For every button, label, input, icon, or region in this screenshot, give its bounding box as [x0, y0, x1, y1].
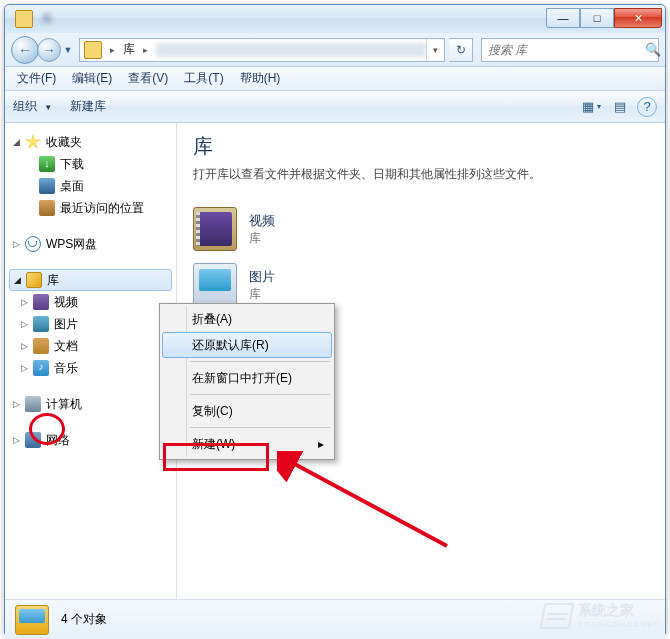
minimize-button[interactable]: —	[546, 8, 580, 28]
navigation-bar: ← → ▼ ▸ 库 ▸ ▾ ↻ 🔍	[5, 33, 665, 67]
address-bar[interactable]: ▸ 库 ▸ ▾	[79, 38, 445, 62]
organize-button[interactable]: 组织 ▼	[13, 98, 52, 115]
tree-desktop[interactable]: 桌面	[5, 175, 176, 197]
page-title: 库	[193, 133, 649, 160]
context-menu: 折叠(A) 还原默认库(R) 在新窗口中打开(E) 复制(C) 新建(W)▸	[159, 303, 335, 460]
new-library-button[interactable]: 新建库	[70, 98, 106, 115]
separator	[190, 427, 330, 428]
menu-view[interactable]: 查看(V)	[120, 68, 176, 89]
status-bar: 4 个对象	[5, 599, 665, 639]
tree-wps[interactable]: ▷WPS网盘	[5, 233, 176, 255]
tree-network[interactable]: ▷网络	[5, 429, 176, 451]
ctx-copy[interactable]: 复制(C)	[162, 398, 332, 424]
chevron-icon: ▸	[106, 45, 119, 55]
close-button[interactable]: ✕	[614, 8, 662, 28]
menu-file[interactable]: 文件(F)	[9, 68, 64, 89]
desktop-icon	[39, 178, 55, 194]
recent-icon	[39, 200, 55, 216]
menu-edit[interactable]: 编辑(E)	[64, 68, 120, 89]
explorer-window: 库 — □ ✕ ← → ▼ ▸ 库 ▸ ▾ ↻ 🔍 文件(F) 编辑(E)	[4, 4, 666, 634]
video-icon	[33, 294, 49, 310]
menu-bar: 文件(F) 编辑(E) 查看(V) 工具(T) 帮助(H)	[5, 67, 665, 91]
help-button[interactable]: ?	[637, 97, 657, 117]
ctx-restore-default-libraries[interactable]: 还原默认库(R)	[162, 332, 332, 358]
breadcrumb-root[interactable]: 库	[119, 41, 139, 58]
video-library-icon	[193, 207, 237, 251]
star-icon	[25, 134, 41, 150]
back-button[interactable]: ←	[11, 36, 39, 64]
computer-icon	[25, 396, 41, 412]
preview-pane-button[interactable]: ▤	[609, 96, 631, 118]
music-icon	[33, 360, 49, 376]
forward-button[interactable]: →	[37, 38, 61, 62]
history-dropdown[interactable]: ▼	[61, 36, 75, 64]
tree-computer[interactable]: ▷计算机	[5, 393, 176, 415]
tree-music[interactable]: ▷音乐	[5, 357, 176, 379]
refresh-button[interactable]: ↻	[449, 38, 473, 62]
breadcrumb-blurred	[156, 43, 426, 57]
window-title: 库	[41, 11, 546, 28]
ctx-collapse[interactable]: 折叠(A)	[162, 306, 332, 332]
cloud-icon	[25, 236, 41, 252]
command-bar: 组织 ▼ 新建库 ▦▼ ▤ ?	[5, 91, 665, 123]
submenu-arrow-icon: ▸	[318, 437, 324, 451]
search-box[interactable]: 🔍	[481, 38, 659, 62]
ctx-open-new-window[interactable]: 在新窗口中打开(E)	[162, 365, 332, 391]
network-icon	[25, 432, 41, 448]
tree-recent[interactable]: 最近访问的位置	[5, 197, 176, 219]
status-icon	[15, 605, 49, 635]
separator	[190, 361, 330, 362]
menu-help[interactable]: 帮助(H)	[232, 68, 289, 89]
search-input[interactable]	[482, 43, 645, 57]
search-icon[interactable]: 🔍	[645, 42, 661, 57]
address-dropdown[interactable]: ▾	[426, 39, 444, 61]
view-mode-button[interactable]: ▦▼	[581, 96, 603, 118]
menu-tools[interactable]: 工具(T)	[176, 68, 231, 89]
tree-libraries[interactable]: ◢库	[9, 269, 172, 291]
tree-pictures[interactable]: ▷图片	[5, 313, 176, 335]
library-icon	[26, 272, 42, 288]
app-icon	[15, 10, 33, 28]
page-description: 打开库以查看文件并根据文件夹、日期和其他属性排列这些文件。	[193, 166, 649, 183]
chevron-icon[interactable]: ▸	[139, 45, 152, 55]
status-text: 4 个对象	[61, 611, 107, 628]
titlebar: 库 — □ ✕	[5, 5, 665, 33]
maximize-button[interactable]: □	[580, 8, 614, 28]
tree-downloads[interactable]: 下载	[5, 153, 176, 175]
tree-videos[interactable]: ▷视频	[5, 291, 176, 313]
download-icon	[39, 156, 55, 172]
navigation-tree: ◢收藏夹 下载 桌面 最近访问的位置 ▷WPS网盘 ◢库 ▷视频 ▷图片 ▷文档…	[5, 123, 177, 599]
tree-documents[interactable]: ▷文档	[5, 335, 176, 357]
library-item-videos[interactable]: 视频库	[193, 201, 649, 257]
ctx-new[interactable]: 新建(W)▸	[162, 431, 332, 457]
separator	[190, 394, 330, 395]
tree-favorites[interactable]: ◢收藏夹	[5, 131, 176, 153]
picture-library-icon	[193, 263, 237, 307]
document-icon	[33, 338, 49, 354]
location-icon	[84, 41, 102, 59]
picture-icon	[33, 316, 49, 332]
